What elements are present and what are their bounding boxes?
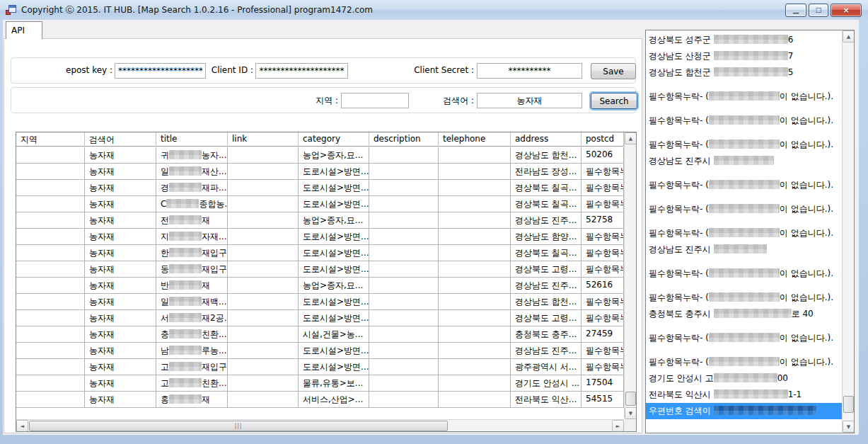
log-item[interactable]: 경상남도 진주시 — [646, 153, 842, 169]
redacted-text — [169, 280, 202, 290]
scroll-down-button[interactable]: ▼ — [625, 407, 637, 419]
log-item-selected[interactable]: 우편번호 검색이 — [646, 403, 842, 419]
scroll-up-button[interactable]: ▲ — [625, 132, 637, 144]
save-button[interactable]: Save — [591, 63, 636, 79]
cell-description — [369, 212, 439, 228]
table-row[interactable]: 농자재홍재서비스,산업>...전라북도 익산...54515 — [16, 392, 624, 408]
log-item[interactable]: 경상남도 산청군 7 — [646, 48, 842, 64]
column-header-description[interactable]: description — [369, 132, 439, 147]
redacted-text — [169, 232, 202, 241]
client-id-field[interactable] — [255, 63, 348, 79]
cell-category: 도로시설>방면... — [299, 294, 369, 309]
redacted-text — [714, 406, 816, 415]
table-row[interactable]: 농자재고재입구도로시설>방면...광주광역시 서...필수항목누락 — [16, 359, 624, 375]
table-row[interactable]: 농자재충친환...시설,건물>농...충청북도 충주...27459 — [16, 326, 624, 343]
cell-postcd: 52758 — [581, 212, 624, 228]
maximize-button[interactable]: □ — [809, 4, 828, 17]
table-row[interactable]: 농자재서재2공...도로시설>방면...경상북도 고령...필수항목누락 — [16, 310, 624, 326]
minimize-button[interactable]: — — [785, 4, 806, 17]
cell-link — [228, 310, 299, 326]
redacted-text — [714, 309, 792, 318]
redacted-text — [169, 215, 202, 224]
table-row[interactable]: 농자재동재입구도로시설>방면...경상북도 고령...필수항목누락 — [16, 261, 624, 278]
cell-keyword: 농자재 — [85, 212, 156, 228]
table-vscroll-thumb[interactable] — [625, 392, 636, 406]
log-item[interactable]: 필수항목누락- (이 없습니다.). — [646, 330, 842, 346]
scroll-up-button[interactable]: ▲ — [843, 30, 855, 42]
column-header-region[interactable]: 지역 — [16, 132, 85, 147]
table-row[interactable]: 농자재고친환...물류,유통>보...경기도 안성시 ...17504 — [16, 375, 624, 392]
table-row[interactable]: 농자재전재농업>종자,묘...경상남도 진주...52758 — [16, 212, 624, 229]
search-button[interactable]: Search — [591, 93, 637, 109]
cell-region — [16, 180, 85, 195]
column-header-address[interactable]: address — [511, 132, 581, 147]
scroll-down-icon: ▼ — [847, 424, 850, 430]
table-row[interactable]: 농자재지자재...도로시설>방면...경상남도 함양...필수항목누락 — [16, 229, 624, 245]
client-secret-field[interactable] — [477, 63, 582, 79]
column-header-telephone[interactable]: telephone — [439, 132, 511, 147]
log-item[interactable]: 필수항목누락- (이 없습니다.). — [646, 354, 842, 370]
column-header-postcd[interactable]: postcd — [581, 132, 624, 147]
table-hscroll-thumb[interactable]: ||| — [29, 421, 448, 431]
table-row[interactable]: 농자재귀농자...농업>종자,묘...경상남도 합천...50206 — [16, 147, 624, 164]
table-row[interactable]: 농자재한재입구도로시설>방면...경상북도 칠곡...필수항목누락 — [16, 245, 624, 261]
cell-category: 도로시설>방면... — [299, 164, 369, 179]
cell-telephone — [439, 229, 511, 244]
log-item[interactable]: 경상남도 합천군 5 — [646, 64, 842, 81]
log-item[interactable]: 필수항목누락- (이 없습니다.). — [646, 201, 842, 217]
log-item[interactable]: 필수항목누락- (이 없습니다.). — [646, 225, 842, 241]
log-item[interactable]: 필수항목누락- (이 없습니다.). — [646, 177, 842, 193]
log-item[interactable]: 경상남도 진주시 — [646, 241, 842, 258]
log-item[interactable]: 경기도 안성시 고00 — [646, 370, 842, 387]
close-button[interactable]: × — [831, 4, 862, 17]
redacted-text — [169, 313, 202, 322]
log-vscrollbar[interactable]: ▲ ▼ — [842, 30, 854, 433]
log-item[interactable]: 필수항목누락- (이 없습니다.). — [646, 89, 842, 105]
scroll-right-button[interactable]: ► — [612, 420, 624, 432]
cell-link — [228, 375, 299, 391]
tab-api[interactable]: API — [6, 21, 42, 39]
table-hscrollbar[interactable]: ◄ ||| ► — [16, 419, 624, 431]
cell-region — [16, 229, 85, 244]
log-vscroll-thumb[interactable] — [843, 396, 854, 413]
log-item[interactable]: 경상북도 성주군 6 — [646, 32, 842, 48]
table-row[interactable]: 농자재경재파...도로시설>방면...경상북도 칠곡...필수항목누락 — [16, 180, 624, 196]
log-item[interactable]: 전라북도 익산시 1-1 — [646, 387, 842, 403]
keyword-input[interactable] — [477, 93, 582, 108]
redacted-text — [714, 244, 767, 254]
table-row[interactable]: 농자재일재산...도로시설>방면...전라남도 장성...필수항목누락 — [16, 164, 624, 180]
redacted-text — [714, 51, 788, 60]
scroll-left-button[interactable]: ◄ — [16, 420, 28, 432]
log-item[interactable]: 필수항목누락- (이 없습니다.). — [646, 137, 842, 153]
column-header-link[interactable]: link — [228, 132, 299, 147]
cell-region — [16, 278, 85, 293]
cell-link — [228, 212, 299, 228]
scroll-down-button[interactable]: ▼ — [843, 421, 855, 433]
window-title: Copyright ⓒ 2015. IT HUB. [Map Search 1.… — [21, 4, 373, 16]
cell-address: 경상남도 진주... — [511, 278, 581, 293]
table-row[interactable]: 농자재C종합농...도로시설>방면...경상북도 칠곡...필수항목누락 — [16, 196, 624, 212]
log-text: 필수항목누락- ( — [649, 204, 709, 214]
table-row[interactable]: 농자재남루농...도로시설>방면...경상남도 진주...필수항목누락 — [16, 343, 624, 359]
cell-keyword: 농자재 — [85, 278, 156, 293]
log-item[interactable]: 필수항목누락- (이 없습니다.). — [646, 113, 842, 129]
cell-description — [369, 164, 439, 179]
log-item[interactable]: 충청북도 충주시 로 40 — [646, 306, 842, 322]
cell-postcd: 필수항목누락 — [581, 343, 624, 358]
table-row[interactable]: 농자재반재농업>종자,묘...경상남도 진주...52616 — [16, 278, 624, 294]
log-item[interactable]: 필수항목누락- (이 없습니다.). — [646, 266, 842, 282]
table-vscrollbar[interactable]: ▲ ▼ — [624, 132, 636, 419]
column-header-category[interactable]: category — [299, 132, 369, 147]
cell-title: 반재 — [156, 278, 228, 293]
tab-api-label: API — [11, 25, 25, 35]
title-text: 고 — [161, 378, 169, 388]
log-text: 충청북도 충주시 — [649, 309, 714, 319]
log-item[interactable]: 필수항목누락- (이 없습니다.). — [646, 290, 842, 306]
column-header-title[interactable]: title — [156, 132, 228, 147]
region-input[interactable] — [341, 93, 409, 108]
title-text: 농자... — [202, 150, 226, 160]
table-row[interactable]: 농자재일재백...도로시설>방면...경상남도 합천...필수항목누락 — [16, 294, 624, 310]
column-header-keyword[interactable]: 검색어 — [85, 132, 156, 147]
title-text: 재파... — [202, 183, 226, 193]
epost-key-field[interactable] — [115, 63, 206, 79]
